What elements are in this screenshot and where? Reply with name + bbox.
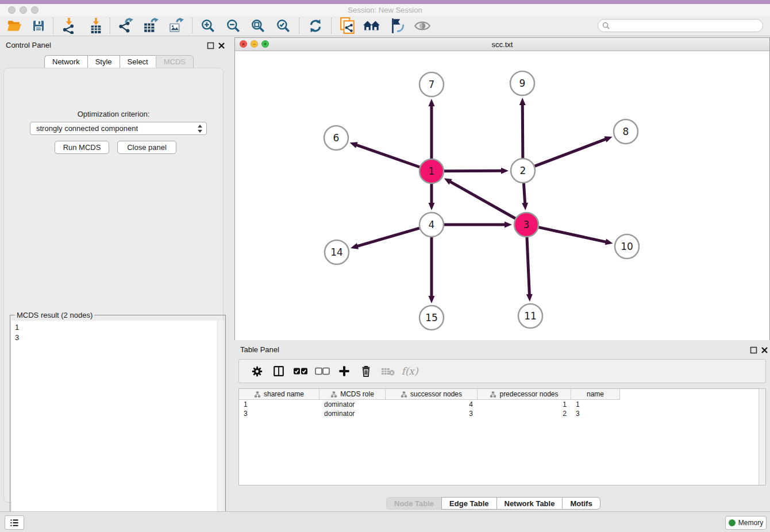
window-top-strip (0, 0, 770, 4)
network-view-window: × − + scc.txt 7968124314101511 (234, 37, 770, 340)
tree-icon (490, 391, 496, 398)
cell-successor-nodes[interactable]: 4 (386, 400, 478, 409)
node-label-10: 10 (621, 241, 633, 252)
network-graph[interactable]: 7968124314101511 (235, 51, 769, 340)
import-network-icon[interactable] (58, 17, 80, 35)
close-panel-icon[interactable] (761, 346, 768, 354)
table-scrollbar[interactable] (759, 389, 765, 485)
close-panel-button[interactable]: Close panel (117, 141, 176, 154)
edge-1-2[interactable] (444, 171, 503, 171)
mcds-result-area[interactable]: 1 3 (11, 321, 224, 531)
unselect-all-icon[interactable] (311, 364, 333, 379)
mcds-result-box: MCDS result (2 nodes) 1 3 (10, 315, 226, 532)
table-tabs: Node TableEdge TableNetwork TableMotifs (386, 497, 600, 510)
zoom-selected-icon[interactable] (272, 17, 294, 35)
export-table-icon[interactable] (140, 17, 162, 35)
edge-2-8[interactable] (535, 138, 607, 166)
tab-select[interactable]: Select (120, 55, 156, 68)
tab-motifs[interactable]: Motifs (562, 497, 600, 510)
edge-3-10[interactable] (538, 228, 607, 242)
status-bar: Memory (0, 511, 770, 532)
tab-network[interactable]: Network (44, 55, 87, 68)
column-label: name (587, 390, 604, 398)
toolbar-separator (331, 18, 332, 34)
search-input[interactable] (612, 21, 763, 30)
clone-network-style-icon[interactable] (337, 17, 359, 35)
toolbar-separator (53, 18, 53, 34)
cell-shared-name[interactable]: 3 (239, 409, 319, 418)
network-window-titlebar[interactable]: × − + scc.txt (235, 38, 769, 51)
table-row[interactable]: 3dominator323 (239, 409, 765, 418)
run-mcds-button[interactable]: Run MCDS (55, 141, 109, 154)
select-all-icon[interactable] (290, 364, 311, 379)
edge-1-6[interactable] (355, 145, 419, 167)
optimization-criterion-label: Optimization criterion: (4, 110, 223, 118)
edge-3-11[interactable] (527, 237, 529, 296)
cell-name[interactable]: 1 (571, 400, 620, 409)
zoom-out-icon[interactable] (222, 17, 244, 35)
cell-MCDS-role[interactable]: dominator (319, 400, 386, 409)
table-row[interactable]: 1dominator411 (239, 400, 765, 409)
cell-MCDS-role[interactable]: dominator (319, 409, 386, 418)
open-folder-icon[interactable] (3, 17, 25, 35)
gear-icon[interactable] (246, 364, 268, 379)
tab-mcds[interactable]: MCDS (156, 55, 194, 68)
export-image-icon[interactable] (165, 17, 187, 35)
cell-predecessor-nodes[interactable]: 2 (478, 409, 571, 418)
delete-table-icon (377, 364, 399, 379)
table-body: 1dominator4113dominator323 (239, 400, 765, 418)
tab-node-table[interactable]: Node Table (386, 497, 441, 510)
edge-4-14[interactable] (356, 228, 419, 246)
cell-predecessor-nodes[interactable]: 1 (478, 400, 571, 409)
table-toolbar: f(x) (238, 359, 766, 383)
node-label-14: 14 (330, 246, 343, 258)
save-icon[interactable] (28, 17, 49, 35)
edge-3-1[interactable] (449, 181, 515, 218)
edge-2-3[interactable] (523, 183, 525, 205)
cell-successor-nodes[interactable]: 3 (386, 409, 478, 418)
edge-2-9[interactable] (522, 103, 523, 158)
node-label-8: 8 (623, 126, 629, 137)
column-header-shared-name[interactable]: shared name (239, 389, 319, 400)
float-panel-icon[interactable] (750, 346, 757, 354)
tab-network-table[interactable]: Network Table (496, 497, 563, 510)
columns-icon[interactable] (268, 364, 290, 379)
refresh-icon[interactable] (305, 17, 326, 35)
arrowhead-icon (501, 168, 509, 174)
node-label-9: 9 (519, 78, 526, 89)
tab-style[interactable]: Style (87, 55, 120, 68)
cell-shared-name[interactable]: 1 (239, 400, 319, 409)
houses-icon[interactable] (361, 17, 383, 35)
arrowhead-icon (526, 294, 533, 302)
column-header-name[interactable]: name (571, 389, 620, 400)
criterion-dropdown[interactable]: strongly connected component (30, 122, 207, 135)
add-row-icon[interactable] (333, 364, 355, 379)
zoom-in-icon[interactable] (197, 17, 219, 35)
mcds-result-lines: 1 3 (11, 321, 224, 345)
column-label: successor nodes (410, 390, 462, 398)
delete-row-icon[interactable] (355, 364, 377, 379)
float-panel-icon[interactable] (207, 42, 214, 49)
import-table-icon[interactable] (85, 17, 107, 35)
close-panel-icon[interactable] (218, 42, 225, 49)
cell-name[interactable]: 3 (571, 409, 620, 418)
network-canvas[interactable]: 7968124314101511 (235, 51, 769, 340)
chevron-up-down-icon (197, 124, 203, 134)
arrowhead-icon (505, 222, 512, 228)
column-header-successor-nodes[interactable]: successor nodes (386, 389, 478, 400)
export-network-icon[interactable] (115, 17, 137, 35)
arrowhead-icon (429, 99, 435, 106)
memory-button[interactable]: Memory (725, 516, 767, 530)
result-scrollbar[interactable] (217, 321, 224, 531)
column-header-predecessor-nodes[interactable]: predecessor nodes (478, 389, 571, 400)
zoom-fit-icon[interactable] (247, 17, 269, 35)
column-header-MCDS-role[interactable]: MCDS role (319, 389, 386, 400)
task-history-button[interactable] (5, 515, 24, 530)
node-label-7: 7 (429, 79, 435, 90)
tab-edge-table[interactable]: Edge Table (441, 497, 496, 510)
arrowhead-icon (429, 203, 435, 210)
flag-swoosh-icon[interactable] (386, 17, 408, 35)
column-label: MCDS role (340, 390, 374, 398)
node-table[interactable]: shared nameMCDS rolesuccessor nodesprede… (238, 388, 766, 485)
search-field[interactable] (598, 19, 763, 32)
